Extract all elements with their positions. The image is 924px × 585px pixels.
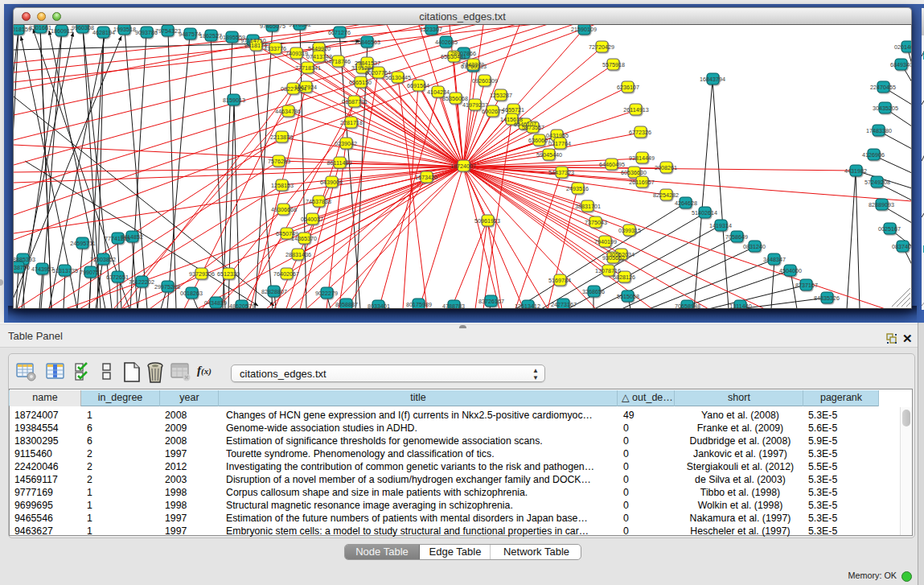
svg-text:8159013: 8159013: [223, 97, 245, 104]
svg-text:1860913: 1860913: [51, 27, 73, 35]
svg-text:0317764: 0317764: [548, 140, 571, 147]
svg-text:1993518: 1993518: [113, 26, 136, 33]
svg-text:9960308: 9960308: [72, 25, 94, 31]
svg-text:6565150: 6565150: [349, 79, 372, 86]
svg-text:64460495: 64460495: [599, 161, 625, 168]
svg-text:7576283: 7576283: [268, 158, 290, 165]
svg-text:49306668: 49306668: [271, 206, 297, 213]
svg-text:6372651: 6372651: [106, 274, 129, 281]
svg-text:4628194: 4628194: [92, 29, 115, 36]
svg-text:01687731: 01687731: [342, 98, 368, 105]
svg-text:4264628: 4264628: [675, 200, 697, 207]
svg-text:4402685: 4402685: [435, 39, 458, 46]
svg-text:09260309: 09260309: [472, 77, 498, 84]
svg-text:65630481: 65630481: [441, 53, 466, 60]
svg-text:70658948: 70658948: [675, 303, 700, 309]
svg-text:7375043: 7375043: [585, 219, 607, 226]
svg-text:7058649: 7058649: [725, 233, 748, 241]
svg-text:6002675: 6002675: [482, 108, 504, 115]
svg-text:4333776: 4333776: [264, 45, 286, 52]
svg-text:5515058: 5515058: [617, 293, 639, 300]
svg-text:97465075: 97465075: [260, 25, 285, 30]
svg-text:82254282: 82254282: [653, 192, 679, 199]
svg-text:4431982: 4431982: [844, 167, 867, 175]
svg-text:13613412: 13613412: [515, 303, 540, 309]
svg-text:3448347: 3448347: [763, 256, 786, 263]
svg-text:0837407: 0837407: [892, 243, 912, 250]
svg-text:44634786: 44634786: [275, 108, 301, 115]
svg-text:1258153: 1258153: [271, 182, 294, 189]
svg-text:77718341: 77718341: [295, 64, 321, 72]
svg-text:3268656: 3268656: [582, 288, 605, 295]
svg-text:17483380: 17483380: [866, 127, 892, 134]
svg-text:76122202: 76122202: [129, 278, 154, 286]
svg-text:80175989: 80175989: [406, 301, 432, 308]
svg-text:0025167: 0025167: [878, 225, 901, 233]
svg-text:38885393: 38885393: [14, 256, 35, 263]
svg-text:24273167: 24273167: [551, 301, 577, 308]
svg-text:72720429: 72720429: [589, 43, 614, 51]
svg-text:29975288: 29975288: [154, 283, 180, 290]
svg-text:02014620: 02014620: [894, 43, 912, 51]
svg-text:30435205: 30435205: [873, 105, 898, 112]
svg-text:24595711: 24595711: [70, 240, 95, 247]
svg-text:93729306: 93729306: [189, 270, 215, 278]
svg-text:8737167: 8737167: [795, 282, 818, 289]
svg-text:72803852: 72803852: [90, 256, 116, 263]
svg-text:16843794: 16843794: [700, 76, 725, 83]
svg-text:6828126: 6828126: [613, 274, 635, 281]
svg-text:9022279: 9022279: [315, 290, 338, 297]
svg-text:14365370: 14365370: [291, 235, 317, 242]
svg-text:38831701: 38831701: [575, 203, 601, 210]
svg-text:5873557: 5873557: [522, 124, 544, 131]
svg-text:08227654: 08227654: [281, 85, 306, 93]
svg-text:8414852: 8414852: [121, 233, 143, 241]
svg-text:4126906: 4126906: [862, 151, 885, 159]
svg-text:86111489: 86111489: [327, 159, 352, 167]
svg-text:1862527: 1862527: [199, 32, 222, 39]
svg-text:9305652: 9305652: [602, 254, 625, 262]
svg-text:0239042: 0239042: [335, 140, 357, 147]
svg-text:9170342: 9170342: [289, 25, 311, 28]
svg-text:1223307: 1223307: [420, 26, 442, 33]
svg-text:6338750: 6338750: [14, 264, 30, 271]
svg-text:6439008: 6439008: [320, 179, 343, 186]
svg-text:4743957: 4743957: [31, 266, 54, 273]
svg-text:56130445: 56130445: [385, 74, 411, 81]
svg-text:28831436: 28831436: [285, 251, 311, 258]
svg-text:8301661: 8301661: [29, 25, 51, 31]
svg-text:6236107: 6236107: [617, 84, 639, 91]
svg-text:2213878: 2213878: [270, 134, 293, 141]
svg-text:6691564: 6691564: [407, 82, 429, 89]
svg-text:2493516: 2493516: [566, 185, 589, 192]
svg-text:51402614: 51402614: [692, 209, 717, 216]
svg-text:4504000: 4504000: [779, 267, 802, 274]
svg-text:83726167: 83726167: [478, 298, 504, 305]
svg-text:0831240: 0831240: [743, 243, 766, 250]
svg-text:2008261: 2008261: [655, 164, 677, 171]
svg-text:0018263: 0018263: [180, 290, 203, 297]
svg-text:22470455: 22470455: [870, 84, 896, 91]
svg-text:4788783: 4788783: [442, 303, 465, 309]
svg-text:82889093: 82889093: [869, 201, 894, 208]
svg-text:76402067: 76402067: [273, 270, 299, 278]
svg-text:6849340: 6849340: [890, 61, 912, 68]
svg-text:0434839: 0434839: [204, 299, 227, 307]
svg-text:26114913: 26114913: [623, 106, 648, 113]
svg-text:6512330: 6512330: [217, 270, 240, 278]
svg-text:0431955: 0431955: [546, 132, 569, 139]
svg-text:5169784: 5169784: [548, 277, 571, 284]
svg-text:9487574: 9487574: [179, 31, 201, 38]
svg-text:7990751: 7990751: [80, 269, 102, 276]
svg-text:9093786: 9093786: [135, 29, 158, 36]
svg-text:54437323: 54437323: [548, 169, 574, 176]
svg-text:48620579: 48620579: [229, 303, 255, 309]
svg-text:26846563: 26846563: [355, 39, 380, 46]
svg-text:60536630: 60536630: [621, 169, 647, 176]
svg-text:4655721: 4655721: [502, 106, 524, 113]
svg-text:51313735: 51313735: [52, 267, 78, 274]
svg-text:1253287: 1253287: [490, 92, 512, 99]
svg-text:21590109: 21590109: [571, 26, 597, 33]
svg-text:2281718: 2281718: [340, 119, 363, 126]
svg-text:82828807: 82828807: [261, 288, 287, 295]
